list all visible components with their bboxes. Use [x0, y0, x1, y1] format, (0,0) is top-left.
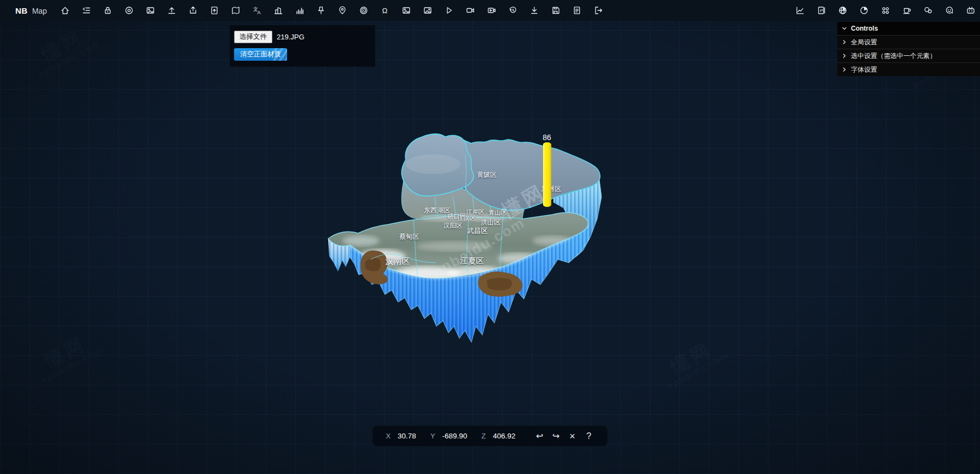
location-pin-icon[interactable] [337, 5, 347, 15]
chat-bubbles-icon[interactable] [923, 5, 933, 15]
omega-icon[interactable]: Ω [380, 5, 390, 15]
play-icon[interactable] [444, 5, 454, 15]
chevron-right-icon [842, 53, 847, 59]
section-label: 选中设置（需选中一个元素） [851, 51, 936, 61]
file-upload-icon[interactable] [209, 5, 219, 15]
axis-z-label: Z [481, 432, 486, 440]
map-book-icon[interactable] [231, 5, 241, 15]
image-icon[interactable] [145, 5, 155, 15]
video-clip-icon[interactable] [487, 5, 497, 15]
push-pin-icon[interactable] [316, 5, 326, 15]
brand-nb: NB [15, 6, 28, 15]
axis-x: X 30.78 [386, 432, 416, 440]
section-font-settings[interactable]: 字体设置 [837, 62, 980, 76]
chevron-right-icon [842, 39, 847, 45]
controls-panel: Controls 全局设置 选中设置（需选中一个元素） 字体设置 [837, 22, 980, 76]
axis-x-value: 30.78 [398, 432, 416, 440]
tv-robot-icon[interactable] [966, 5, 976, 15]
journal-icon[interactable]: P [816, 5, 826, 15]
share-tray-icon[interactable] [188, 5, 198, 15]
selected-file-name: 219.JPG [277, 33, 305, 41]
exit-icon[interactable] [593, 5, 603, 15]
globe-icon[interactable] [838, 5, 848, 15]
axis-y-label: Y [430, 432, 435, 440]
status-bar-actions: ↩ ↪ × ? [534, 431, 594, 441]
help-icon[interactable]: ? [584, 432, 594, 441]
close-icon[interactable]: × [567, 431, 578, 441]
translate-icon[interactable]: 文A [252, 5, 262, 15]
section-global-settings[interactable]: 全局设置 [837, 35, 980, 49]
axis-y: Y -689.90 [430, 432, 467, 440]
map-north-surface [402, 134, 474, 196]
map-scene[interactable]: 黄陂区 新洲区 东西湖区 江岸区 青山区 硚口区 江汉区 汉阳区 洪山区 武昌区… [0, 0, 980, 474]
svg-text:Ω: Ω [382, 7, 388, 15]
undo-icon[interactable]: ↩ [534, 432, 545, 441]
download-icon[interactable] [529, 5, 539, 15]
coffee-cup-icon[interactable] [902, 5, 912, 15]
axis-z: Z 406.92 [481, 432, 515, 440]
coordinates-status-bar: X 30.78 Y -689.90 Z 406.92 ↩ ↪ × ? [372, 426, 607, 446]
toolbar-left-group: 文A Ω [60, 5, 603, 15]
app-brand: NB Map [15, 6, 47, 15]
section-label: 字体设置 [851, 65, 877, 74]
controls-title-label: Controls [851, 25, 878, 32]
toolbar-right-group: P [795, 5, 976, 15]
image-frame-icon[interactable] [423, 5, 433, 15]
chevron-right-icon [842, 67, 847, 72]
section-label: 全局设置 [851, 38, 877, 47]
svg-text:A: A [257, 10, 260, 15]
axis-y-value: -689.90 [442, 432, 468, 440]
top-toolbar: NB Map 文A Ω P [0, 0, 980, 21]
record-disc-icon[interactable] [124, 5, 134, 15]
history-restore-icon[interactable] [508, 5, 518, 15]
upload-icon[interactable] [167, 5, 177, 15]
data-bar-value: 86 [542, 133, 551, 142]
bar-chart-icon[interactable] [295, 5, 305, 15]
apps-grid-icon[interactable] [880, 5, 890, 15]
target-icon[interactable] [359, 5, 369, 15]
svg-text:P: P [820, 8, 822, 13]
map-canvas[interactable] [306, 126, 612, 367]
chevron-down-icon [842, 26, 847, 31]
buildings-icon[interactable] [273, 5, 283, 15]
video-camera-icon[interactable] [465, 5, 475, 15]
brand-title: Map [32, 7, 47, 15]
outline-list-icon[interactable] [81, 5, 91, 15]
material-file-panel: 选择文件 219.JPG 清空正面材质 [230, 25, 375, 67]
axis-z-value: 406.92 [493, 432, 515, 440]
data-bar[interactable] [543, 142, 551, 207]
lock-icon[interactable] [103, 5, 113, 15]
message-face-icon[interactable] [944, 5, 954, 15]
redo-icon[interactable]: ↪ [551, 432, 562, 441]
save-icon[interactable] [551, 5, 561, 15]
section-selected-settings[interactable]: 选中设置（需选中一个元素） [837, 49, 980, 62]
line-chart-icon[interactable] [795, 5, 805, 15]
clear-front-material-button[interactable]: 清空正面材质 [234, 48, 287, 61]
home-icon[interactable] [60, 5, 70, 15]
axis-x-label: X [386, 432, 390, 440]
document-icon[interactable] [572, 5, 582, 15]
choose-file-button[interactable]: 选择文件 [234, 31, 272, 43]
pie-chart-icon[interactable] [859, 5, 869, 15]
image-alt-icon[interactable] [401, 5, 411, 15]
controls-panel-title[interactable]: Controls [837, 22, 980, 35]
